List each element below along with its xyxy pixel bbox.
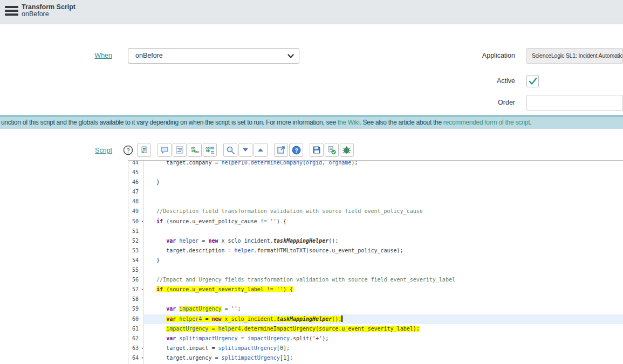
help-blue-icon: ?: [292, 146, 301, 155]
svg-text:ab: ab: [191, 146, 195, 150]
fold-toggle-icon[interactable]: ▾: [141, 217, 143, 226]
line-number: 55: [128, 265, 144, 275]
code-editor[interactable]: 44 target.company = helper10.determineCo…: [128, 160, 623, 364]
code-line: 64▾ target.urgency = splitimpactUrgency[…: [128, 353, 623, 363]
line-number: 56: [128, 275, 144, 285]
find-previous-button[interactable]: [254, 143, 268, 157]
recommended-form-link[interactable]: recommended form of the script: [443, 119, 530, 126]
code-line-text[interactable]: impactUrgency = helper4.determineImpactU…: [144, 324, 623, 334]
code-line: 62 var splitimpactUrgency = impactUrgenc…: [128, 334, 623, 344]
code-line: 52 var helper = new x_sclo_incident.task…: [128, 236, 623, 246]
code-line-text[interactable]: [144, 197, 623, 207]
script-color-icon: [140, 146, 149, 155]
fold-toggle-icon[interactable]: ▾: [141, 285, 143, 294]
code-line-text[interactable]: [144, 226, 623, 236]
search-button[interactable]: [223, 143, 237, 157]
code-line-text[interactable]: [144, 187, 623, 197]
code-editor-lines: 44 target.company = helper10.determineCo…: [128, 160, 623, 364]
line-number: 47: [128, 187, 144, 197]
code-line: 57▾ if (source.u_event_severity_label !=…: [128, 285, 623, 294]
code-line-text[interactable]: target.company = helper10.determineCompa…: [144, 160, 623, 168]
replace-button[interactable]: abac: [188, 143, 202, 157]
code-line-text[interactable]: var helper4 = new x_sclo_incident.taskMa…: [144, 314, 623, 324]
notice-text: unction of this script and the globals a…: [1, 119, 338, 126]
code-line: 46 }: [128, 177, 623, 187]
code-line-text[interactable]: //Impact and Urgency fields transformati…: [144, 275, 623, 285]
script-toolbar: ?abacab?: [123, 142, 360, 157]
fold-toggle-icon[interactable]: ▾: [141, 344, 143, 353]
save-button[interactable]: [310, 143, 324, 157]
code-line-text[interactable]: }: [144, 256, 623, 265]
code-line-text[interactable]: if (source.u_event_severity_label != '')…: [144, 285, 623, 294]
svg-text:?: ?: [295, 147, 298, 153]
line-number: 54: [128, 256, 144, 265]
code-line: 55: [128, 265, 623, 275]
code-line: 61 impactUrgency = helper4.determineImpa…: [128, 324, 623, 334]
line-number: 46: [128, 177, 144, 187]
active-label: Active: [458, 77, 515, 85]
svg-text:ac: ac: [195, 150, 200, 154]
when-label[interactable]: When: [65, 52, 112, 59]
fold-toggle-icon[interactable]: ▾: [141, 353, 143, 363]
help-circle-icon[interactable]: ?: [123, 145, 133, 155]
line-number: 59: [128, 304, 144, 314]
code-line: 44 target.company = helper10.determineCo…: [128, 160, 623, 168]
notice-text-mid: . See also the article about the: [359, 119, 443, 126]
start-debugger-button[interactable]: [340, 143, 354, 157]
format-code-button[interactable]: [173, 143, 187, 157]
menu-icon[interactable]: [5, 6, 18, 17]
line-number: 61: [128, 324, 144, 334]
code-line-text[interactable]: var splitimpactUrgency = impactUrgency.s…: [144, 334, 623, 344]
code-line-text[interactable]: [144, 168, 623, 177]
code-line: 63▾ target.impact = splitimpactUrgency[0…: [128, 344, 623, 353]
notice-bar: unction of this script and the globals a…: [0, 115, 623, 129]
when-select[interactable]: onBefore: [128, 48, 299, 64]
code-line: 49 //Description field transformation va…: [128, 207, 623, 216]
chevron-down-icon: [287, 53, 294, 59]
code-line-text[interactable]: var impactUrgency = '';: [144, 304, 623, 314]
wiki-link[interactable]: the Wiki: [338, 119, 359, 126]
code-line-text[interactable]: if (source.u_event_policy_cause != '') {: [144, 217, 623, 226]
code-line-text[interactable]: target.description = helper.formatHTMLto…: [144, 246, 623, 256]
code-line: 51: [128, 226, 623, 236]
open-in-new-window-button[interactable]: [274, 143, 288, 157]
script-label[interactable]: Script: [65, 147, 112, 154]
toggle-comment-button[interactable]: [158, 143, 172, 157]
code-line: 53 target.description = helper.formatHTM…: [128, 246, 623, 256]
line-number: 52: [128, 236, 144, 246]
application-label: Application: [458, 52, 515, 59]
line-number: 53: [128, 246, 144, 256]
chevron-up-icon: [257, 147, 264, 153]
validate-script-button[interactable]: [325, 143, 339, 157]
code-line-text[interactable]: target.impact = splitimpactUrgency[0];: [144, 344, 623, 353]
header-bar: Transform Script onBefore: [0, 0, 623, 24]
page-title: Transform Script: [22, 4, 76, 10]
code-line: 56 //Impact and Urgency fields transform…: [128, 275, 623, 285]
comment-icon: [160, 146, 169, 154]
application-field[interactable]: ScienceLogic SL1: Incident Automation: [526, 48, 623, 64]
code-line-text[interactable]: }: [144, 177, 623, 187]
toolbar-group: abacab: [158, 143, 218, 157]
code-line-text[interactable]: //Description field transformation valid…: [144, 207, 623, 216]
active-checkbox[interactable]: [526, 75, 539, 87]
order-input[interactable]: [526, 95, 623, 111]
line-number: 57▾: [128, 285, 144, 294]
code-line-text[interactable]: target.urgency = splitimpactUrgency[1];: [144, 353, 623, 363]
code-line-text[interactable]: [144, 265, 623, 275]
find-next-button[interactable]: [238, 143, 252, 157]
line-number: 60: [128, 314, 144, 324]
line-number: 51: [128, 226, 144, 236]
replace-all-button[interactable]: ab: [203, 143, 217, 157]
toolbar-group: [223, 143, 269, 157]
code-line: 59 var impactUrgency = '';: [128, 304, 623, 314]
api-help-button[interactable]: ?: [289, 143, 303, 157]
svg-text:ab: ab: [206, 146, 210, 150]
syntax-editor-toggle-button[interactable]: [137, 143, 151, 157]
svg-text:?: ?: [126, 147, 129, 153]
line-number: 50▾: [128, 217, 144, 226]
code-line-text[interactable]: [144, 294, 623, 304]
script-check-icon: [327, 146, 337, 155]
replace-icon: abac: [190, 146, 200, 154]
code-line-text[interactable]: var helper = new x_sclo_incident.taskMap…: [144, 236, 623, 246]
chevron-down-icon: [242, 147, 249, 153]
